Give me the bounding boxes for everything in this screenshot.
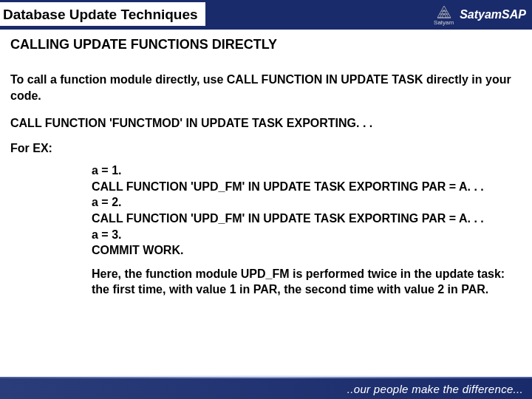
code-example: a = 1. CALL FUNCTION 'UPD_FM' IN UPDATE … [92, 163, 522, 259]
slide-footer: ..our people make the difference... [0, 377, 532, 399]
syntax-line: CALL FUNCTION 'FUNCTMOD' IN UPDATE TASK … [10, 117, 522, 130]
explanation-paragraph: Here, the function module UPD_FM is perf… [92, 266, 522, 298]
satyam-text: Satyam [460, 8, 502, 21]
slide-header: Database Update Techniques Satyam Satyam… [0, 0, 532, 30]
page-title: Database Update Techniques [0, 2, 205, 27]
intro-paragraph: To call a function module directly, use … [10, 72, 522, 103]
footer-accent [0, 375, 532, 378]
header-logos: Satyam SatyamSAP [434, 4, 526, 26]
satyam-small-label: Satyam [434, 19, 454, 26]
satyam-sap-logo: SatyamSAP [460, 8, 526, 21]
sap-text: SAP [502, 8, 526, 21]
footer-tagline: ..our people make the difference... [347, 383, 523, 395]
section-heading: CALLING UPDATE FUNCTIONS DIRECTLY [10, 37, 522, 52]
satyam-small-logo: Satyam [434, 4, 454, 26]
slide-body: CALLING UPDATE FUNCTIONS DIRECTLY To cal… [0, 30, 532, 298]
example-label: For EX: [10, 142, 522, 155]
